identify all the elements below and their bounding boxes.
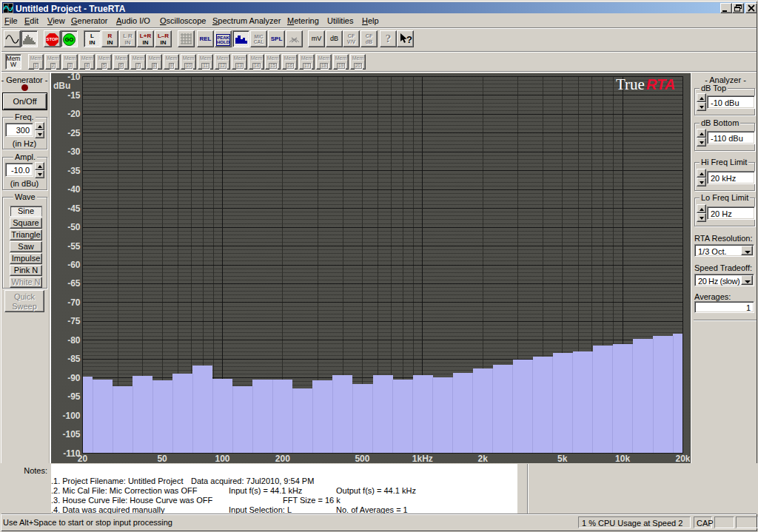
- svg-text:-100: -100: [62, 411, 80, 421]
- svg-text:-70: -70: [67, 297, 81, 308]
- svg-text:500: 500: [355, 454, 369, 463]
- svg-text:2k: 2k: [478, 454, 489, 463]
- svg-text:1kHz: 1kHz: [412, 454, 433, 463]
- svg-text:5k: 5k: [557, 454, 568, 463]
- svg-text:-90: -90: [67, 373, 81, 383]
- svg-text:20: 20: [78, 454, 88, 463]
- svg-text:-15: -15: [67, 90, 81, 101]
- svg-text:-20: -20: [67, 109, 81, 119]
- svg-text:dBu: dBu: [53, 81, 70, 91]
- svg-text:50: 50: [157, 454, 167, 463]
- svg-text:-55: -55: [67, 241, 81, 252]
- svg-text:-80: -80: [67, 335, 81, 346]
- svg-text:-60: -60: [67, 260, 81, 270]
- svg-text:-105: -105: [62, 429, 80, 440]
- svg-text:10k: 10k: [615, 454, 630, 463]
- svg-text:200: 200: [275, 454, 290, 463]
- svg-text:-25: -25: [67, 128, 81, 138]
- svg-text:-35: -35: [67, 166, 81, 176]
- svg-text:20k: 20k: [675, 454, 690, 463]
- svg-text:100: 100: [215, 454, 229, 463]
- svg-text:-75: -75: [67, 316, 81, 326]
- svg-text:-50: -50: [67, 222, 81, 232]
- svg-text:-30: -30: [67, 147, 81, 157]
- svg-text:-95: -95: [67, 391, 81, 402]
- svg-text:-65: -65: [67, 278, 81, 289]
- svg-text:?: ?: [406, 34, 412, 45]
- svg-text:-40: -40: [67, 184, 81, 195]
- svg-text:-85: -85: [67, 354, 81, 364]
- svg-text:-45: -45: [67, 203, 81, 214]
